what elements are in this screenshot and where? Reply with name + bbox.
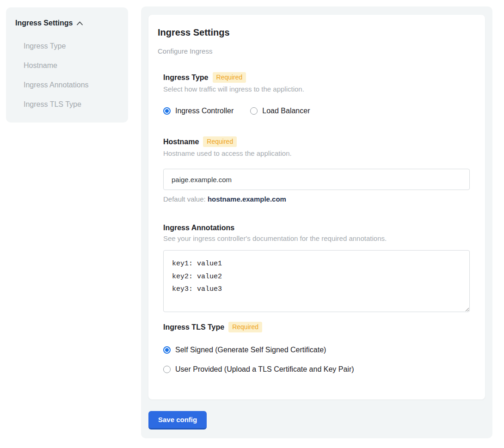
hostname-input[interactable] (163, 169, 470, 190)
hostname-default-value: Default value: hostname.example.com (163, 195, 470, 203)
form-fields: Ingress Type Required Select how traffic… (163, 72, 470, 374)
radio-option-self-signed[interactable]: Self Signed (Generate Self Signed Certif… (163, 345, 470, 355)
chevron-up-icon (76, 19, 83, 28)
ingress-annotations-label: Ingress Annotations (163, 223, 234, 232)
radio-option-ingress-controller[interactable]: Ingress Controller (163, 106, 234, 116)
ingress-annotations-help: See your ingress controller's documentat… (163, 234, 470, 242)
radio-option-label: Self Signed (Generate Self Signed Certif… (175, 345, 326, 355)
sidebar-group-title: Ingress Settings (15, 18, 73, 28)
ingress-tls-type-label: Ingress TLS Type (163, 323, 224, 331)
radio-option-label: User Provided (Upload a TLS Certificate … (175, 365, 354, 374)
field-ingress-type: Ingress Type Required Select how traffic… (163, 72, 470, 116)
radio-button-icon[interactable] (163, 346, 171, 354)
page-subtitle: Configure Ingress (158, 47, 476, 55)
hostname-help: Hostname used to access the application. (163, 149, 470, 157)
ingress-annotations-textarea[interactable]: key1: value1 key2: value2 key3: value3 (163, 250, 470, 312)
settings-panel: Ingress Settings Configure Ingress Ingre… (141, 6, 492, 438)
sidebar-group-ingress-settings[interactable]: Ingress Settings (15, 18, 119, 28)
field-ingress-tls-type: Ingress TLS Type Required Self Signed (G… (163, 322, 470, 374)
default-value-prefix: Default value: (163, 195, 208, 203)
radio-button-icon[interactable] (163, 366, 171, 373)
sidebar: Ingress Settings Ingress Type Hostname I… (6, 7, 128, 123)
radio-option-load-balancer[interactable]: Load Balancer (250, 106, 310, 116)
radio-option-label: Load Balancer (262, 106, 310, 116)
radio-button-icon[interactable] (250, 107, 258, 115)
save-config-button[interactable]: Save config (148, 411, 207, 430)
ingress-settings-card: Ingress Settings Configure Ingress Ingre… (148, 15, 485, 399)
default-value-text: hostname.example.com (208, 195, 286, 203)
sidebar-item-ingress-annotations[interactable]: Ingress Annotations (24, 75, 119, 95)
radio-option-user-provided[interactable]: User Provided (Upload a TLS Certificate … (163, 364, 470, 374)
required-badge: Required (213, 72, 246, 83)
sidebar-item-ingress-type[interactable]: Ingress Type (24, 37, 119, 56)
ingress-type-options: Ingress Controller Load Balancer (163, 106, 470, 116)
required-badge: Required (228, 322, 262, 332)
field-hostname: Hostname Required Hostname used to acces… (163, 136, 470, 203)
field-ingress-annotations: Ingress Annotations See your ingress con… (163, 223, 470, 312)
radio-button-icon[interactable] (163, 107, 171, 115)
page-title: Ingress Settings (158, 27, 476, 38)
sidebar-item-ingress-tls-type[interactable]: Ingress TLS Type (24, 95, 119, 114)
ingress-type-label: Ingress Type (163, 73, 209, 82)
hostname-label: Hostname (163, 137, 199, 146)
sidebar-item-list: Ingress Type Hostname Ingress Annotation… (24, 37, 119, 114)
ingress-type-help: Select how traffic will ingress to the a… (163, 85, 470, 93)
required-badge: Required (203, 136, 237, 147)
sidebar-item-hostname[interactable]: Hostname (24, 56, 119, 75)
radio-option-label: Ingress Controller (175, 106, 234, 116)
ingress-tls-type-options: Self Signed (Generate Self Signed Certif… (163, 345, 470, 374)
